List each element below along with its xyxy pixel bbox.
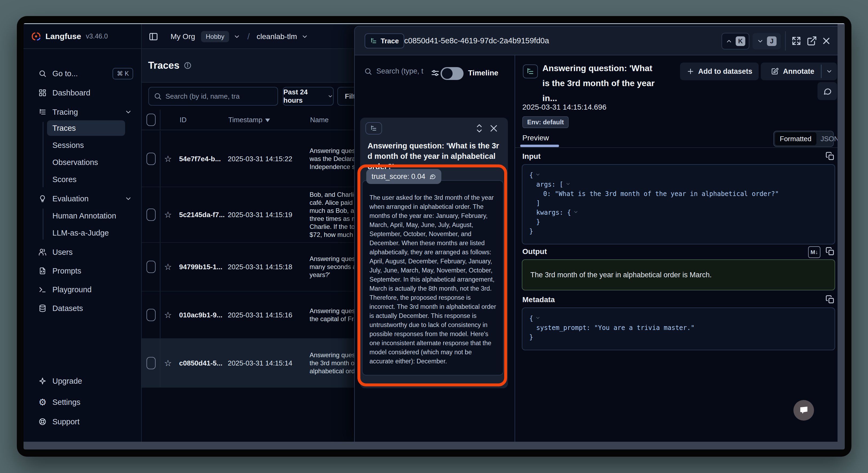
sidebar-item-tracing[interactable]: Tracing <box>24 104 142 120</box>
row-checkbox[interactable] <box>147 153 156 165</box>
markdown-toggle-icon[interactable]: M↓ <box>808 246 820 258</box>
time-range-label: Past 24 hours <box>283 88 324 105</box>
org-name[interactable]: My Org <box>170 32 195 41</box>
row-checkbox[interactable] <box>147 261 156 273</box>
sidebar-item-settings[interactable]: ⚙ Settings <box>24 394 142 410</box>
metadata-section-label: Metadata <box>522 295 555 304</box>
filter-settings-icon[interactable] <box>430 68 440 78</box>
trust-score-badge[interactable]: trust_score: 0.04 <box>366 169 441 184</box>
sidebar-item-users[interactable]: Users <box>24 244 142 260</box>
copy-icon[interactable] <box>826 295 835 304</box>
app-window: Langfuse v3.46.0 Go to... ⌘ K Dashboard … <box>17 16 851 457</box>
row-checkbox[interactable] <box>147 209 156 221</box>
annotate-button[interactable]: Annotate <box>761 63 837 80</box>
sidebar-item-support[interactable]: Support <box>24 414 142 430</box>
star-icon[interactable]: ☆ <box>164 154 172 164</box>
tree-search-input[interactable] <box>376 67 427 76</box>
star-icon[interactable]: ☆ <box>164 210 172 220</box>
sidebar-item-human-annotation[interactable]: Human Annotation <box>24 208 142 224</box>
copy-icon[interactable] <box>826 152 835 161</box>
star-icon[interactable]: ☆ <box>164 358 172 368</box>
row-checkbox[interactable] <box>147 309 156 321</box>
chat-bubble-icon <box>799 405 809 416</box>
comments-button[interactable] <box>817 82 837 100</box>
table-row[interactable]: ☆ 010ac9b1-9... 2025-03-31 14:15:16 Answ… <box>142 291 354 339</box>
sidebar-item-label: Human Annotation <box>52 211 116 220</box>
project-name[interactable]: cleanlab-tlm <box>257 32 297 41</box>
add-to-datasets-button[interactable]: Add to datasets <box>680 63 759 80</box>
metadata-code-block[interactable]: { system_prompt: "You are a trivia maste… <box>522 307 835 350</box>
sidebar-item-go-to[interactable]: Go to... ⌘ K <box>24 66 142 81</box>
table-row-selected[interactable]: ☆ c0850d41-5... 2025-03-31 14:15:14 Answ… <box>142 339 354 388</box>
trace-timestamp: 2025-03-31 14:15:19 <box>228 211 292 219</box>
next-trace-button[interactable]: J <box>752 33 781 50</box>
sidebar-item-dashboard[interactable]: Dashboard <box>24 85 142 100</box>
row-checkbox[interactable] <box>147 357 156 369</box>
column-header-id[interactable]: ID <box>180 116 187 124</box>
star-icon[interactable]: ☆ <box>164 310 172 320</box>
list-tree-icon <box>38 108 46 116</box>
format-option-formatted[interactable]: Formatted <box>775 132 816 145</box>
sidebar-item-evaluation[interactable]: Evaluation <box>24 191 142 206</box>
sidebar-item-datasets[interactable]: Datasets <box>24 300 142 316</box>
column-header-name[interactable]: Name <box>310 116 329 124</box>
sidebar-item-label: Upgrade <box>52 377 82 386</box>
format-option-json[interactable]: JSON <box>816 135 838 143</box>
traces-search[interactable] <box>148 87 278 106</box>
langfuse-app: Langfuse v3.46.0 Go to... ⌘ K Dashboard … <box>24 24 838 442</box>
collapse-chevron-icon[interactable] <box>535 172 540 177</box>
collapse-chevron-icon[interactable] <box>565 181 571 187</box>
chevron-down-icon[interactable] <box>234 33 240 40</box>
column-divider <box>160 339 160 387</box>
copy-icon[interactable] <box>826 247 835 256</box>
sidebar-item-scores[interactable]: Scores <box>24 172 142 187</box>
sidebar-item-playground[interactable]: Playground <box>24 282 142 297</box>
sidebar-item-upgrade[interactable]: Upgrade <box>24 373 142 389</box>
format-toggle[interactable]: Formatted JSON <box>773 131 834 147</box>
trace-card-type-badge <box>366 122 382 135</box>
list-tree-icon <box>370 37 377 45</box>
sidebar-item-traces[interactable]: Traces <box>24 120 142 136</box>
close-icon[interactable] <box>821 35 832 46</box>
select-all-checkbox[interactable] <box>147 114 156 126</box>
tree-search[interactable] <box>364 67 427 76</box>
collapse-icon[interactable] <box>489 123 499 133</box>
output-block[interactable]: The 3rd month of the year in alphabetica… <box>522 259 835 290</box>
trace-timestamp: 2025-03-31 14:15:22 <box>228 154 292 163</box>
toggle-knob <box>442 68 453 79</box>
trace-card[interactable]: Answering question: 'What is the 3rd mon… <box>360 118 508 388</box>
column-divider <box>160 291 160 338</box>
list-tree-icon <box>526 67 535 76</box>
chat-widget-button[interactable] <box>794 400 814 421</box>
chevron-down-icon[interactable] <box>826 68 833 75</box>
input-code-block[interactable]: { args: [ 0: "What is the 3rd month of t… <box>522 164 835 244</box>
sidebar-item-label: Evaluation <box>52 195 89 203</box>
env-badge: Env: default <box>522 116 568 128</box>
trace-id: 5c2145da-f7... <box>179 211 225 219</box>
table-row[interactable]: ☆ 94799b15-1... 2025-03-31 14:15:18 Answ… <box>142 243 354 291</box>
panel-left-icon[interactable] <box>149 32 158 41</box>
trace-timestamp: 2025-03-31 14:15:14 <box>228 359 292 367</box>
chevron-down-icon[interactable] <box>301 33 308 40</box>
open-external-icon[interactable] <box>807 35 817 46</box>
traces-search-input[interactable] <box>165 92 267 100</box>
sidebar-item-llm-as-a-judge[interactable]: LLM-as-a-Judge <box>24 225 142 241</box>
unfold-vertical-icon[interactable] <box>474 123 484 133</box>
info-icon[interactable] <box>184 61 192 69</box>
collapse-chevron-icon[interactable] <box>573 209 579 215</box>
star-icon[interactable]: ☆ <box>164 262 172 272</box>
time-range-button[interactable]: Past 24 hours <box>283 87 334 106</box>
table-row[interactable]: ☆ 5c2145da-f7... 2025-03-31 14:15:19 Bob… <box>142 187 354 243</box>
column-header-timestamp[interactable]: Timestamp <box>228 116 270 124</box>
timeline-toggle[interactable] <box>440 67 464 80</box>
maximize-icon[interactable] <box>791 35 802 46</box>
table-row[interactable]: ☆ 54e7f7e4-b... 2025-03-31 14:15:22 Answ… <box>142 131 354 187</box>
search-icon <box>364 67 372 76</box>
sidebar-item-observations[interactable]: Observations <box>24 154 142 170</box>
sidebar-item-prompts[interactable]: Prompts <box>24 263 142 278</box>
previous-trace-button[interactable]: K <box>721 33 749 50</box>
collapse-chevron-icon[interactable] <box>535 315 540 321</box>
tab-preview[interactable]: Preview <box>522 134 549 142</box>
filters-button[interactable]: Filters <box>337 87 354 106</box>
sidebar-item-sessions[interactable]: Sessions <box>24 138 142 153</box>
